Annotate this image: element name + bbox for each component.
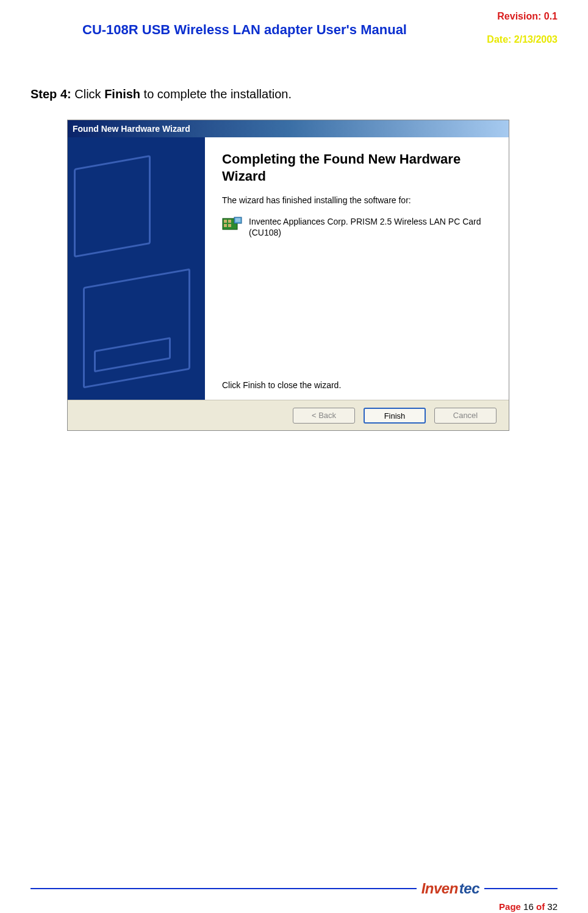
- step-finish-word: Finish: [104, 87, 140, 101]
- svg-rect-2: [228, 220, 231, 223]
- dialog-title-text: Found New Hardware Wizard: [73, 124, 190, 134]
- dialog-finished-text: The wizard has finished installing the s…: [222, 195, 492, 205]
- dialog-titlebar: Found New Hardware Wizard: [68, 120, 509, 137]
- step-text-post: to complete the installation.: [140, 87, 292, 101]
- device-row: Inventec Appliances Corp. PRISM 2.5 Wire…: [222, 216, 492, 238]
- revision-value: 0.1: [544, 11, 558, 21]
- dialog-button-row: < Back Finish Cancel: [68, 400, 509, 430]
- footer-line-right: [484, 888, 558, 889]
- svg-rect-1: [224, 220, 227, 223]
- finish-button[interactable]: Finish: [364, 408, 426, 424]
- step-label: Step 4:: [30, 87, 71, 101]
- inventec-logo: Inventec: [421, 880, 479, 897]
- footer-rule: Inventec: [30, 880, 558, 897]
- dialog-sidebar-image: [68, 137, 205, 400]
- page-current: 16: [523, 901, 534, 912]
- dialog-heading: Completing the Found New Hardware Wizard: [222, 151, 492, 184]
- date-line: Date: 2/13/2003: [487, 34, 558, 45]
- revision-label: Revision:: [497, 11, 541, 21]
- logo-part-red: Inven: [421, 880, 458, 897]
- page-number: Page 16 of 32: [499, 901, 558, 912]
- document-header: Revision: 0.1 CU-108R USB Wireless LAN a…: [30, 11, 558, 54]
- page-sep: of: [536, 901, 545, 912]
- logo-part-blue: tec: [459, 880, 479, 897]
- page-label: Page: [499, 901, 521, 912]
- page-footer: Inventec Page 16 of 32: [30, 880, 558, 897]
- step-text-pre: Click: [71, 87, 104, 101]
- footer-line-left: [30, 888, 417, 889]
- document-title: CU-108R USB Wireless LAN adapter User's …: [82, 22, 407, 38]
- dialog-content: Completing the Found New Hardware Wizard…: [205, 137, 509, 400]
- revision-line: Revision: 0.1: [497, 11, 558, 22]
- date-label: Date:: [487, 34, 511, 45]
- dialog-close-hint: Click Finish to close the wizard.: [222, 380, 492, 390]
- wizard-dialog: Found New Hardware Wizard Completing the…: [67, 120, 509, 431]
- svg-rect-5: [234, 217, 242, 223]
- dialog-body: Completing the Found New Hardware Wizard…: [68, 137, 509, 400]
- device-name: Inventec Appliances Corp. PRISM 2.5 Wire…: [249, 216, 492, 238]
- network-card-icon: [222, 216, 243, 234]
- date-value: 2/13/2003: [514, 34, 558, 45]
- page-total: 32: [547, 901, 558, 912]
- svg-rect-3: [224, 224, 227, 227]
- svg-rect-4: [228, 224, 231, 227]
- cancel-button[interactable]: Cancel: [434, 408, 497, 424]
- step-instruction: Step 4: Click Finish to complete the ins…: [30, 87, 558, 101]
- back-button[interactable]: < Back: [293, 408, 355, 424]
